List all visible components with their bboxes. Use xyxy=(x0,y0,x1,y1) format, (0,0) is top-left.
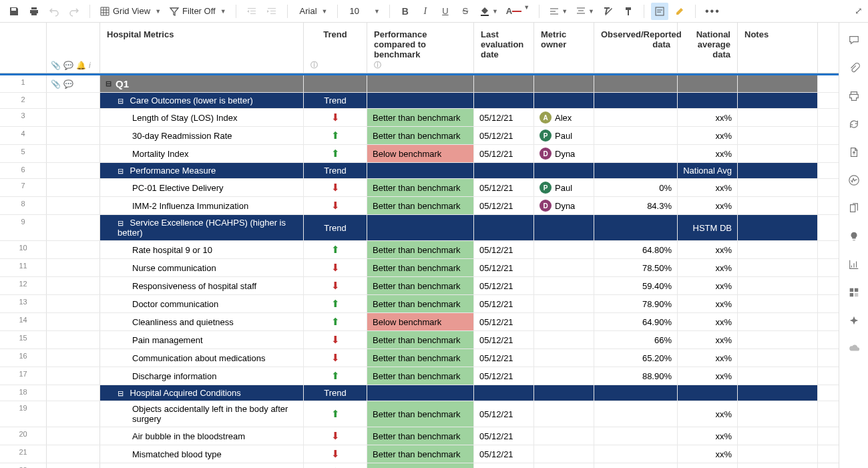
collapse-icon[interactable]: ⊟ xyxy=(118,167,124,175)
row-attachments[interactable] xyxy=(47,277,100,294)
col-head-owner[interactable]: Metric owner xyxy=(534,23,594,73)
row-number[interactable]: 12 xyxy=(0,277,47,294)
row-number[interactable]: 2 xyxy=(0,93,47,108)
col-head-perf[interactable]: Performance compared to benchmarkⓘ xyxy=(367,23,474,73)
refresh-icon[interactable] xyxy=(847,118,861,131)
col-head-trend[interactable]: Trendⓘ xyxy=(304,23,367,73)
row-attachments[interactable] xyxy=(47,93,100,108)
row-attachments[interactable] xyxy=(47,127,100,144)
valign-button[interactable]: ▼ xyxy=(573,3,597,20)
row-number[interactable]: 13 xyxy=(0,295,47,312)
table-row[interactable]: 6⊟ Performance MeasureTrendNational Avg xyxy=(0,163,839,179)
row-attachments[interactable] xyxy=(47,145,100,162)
wrap-button[interactable] xyxy=(651,3,668,20)
row-number[interactable]: 11 xyxy=(0,259,47,276)
row-attachments[interactable] xyxy=(47,385,100,401)
table-row[interactable]: 9⊟ Service Excellence (HCAHPS) (higher i… xyxy=(0,215,839,241)
redo-button[interactable] xyxy=(65,3,83,20)
chart-icon[interactable] xyxy=(847,258,861,271)
metric-name[interactable]: Air bubble in the bloodstream xyxy=(100,427,304,445)
clear-format-button[interactable] xyxy=(600,3,617,20)
print-button[interactable] xyxy=(25,3,43,20)
col-head-last[interactable]: Last evaluation date xyxy=(474,23,534,73)
more-button[interactable]: ••• xyxy=(702,3,723,20)
fill-color-button[interactable]: ▼ xyxy=(477,3,501,20)
activity-icon[interactable] xyxy=(847,174,861,187)
strike-button[interactable]: S xyxy=(457,3,474,20)
indent-button[interactable] xyxy=(263,3,280,20)
table-row[interactable]: 21Mismatched blood type⬇Better than benc… xyxy=(0,445,839,463)
table-row[interactable]: 430-day Readmission Rate⬆Better than ben… xyxy=(0,127,839,145)
table-row[interactable]: 15Pain management⬇Better than benchmark0… xyxy=(0,331,839,349)
col-head-nat[interactable]: National average data xyxy=(678,23,738,73)
row-attachments[interactable] xyxy=(47,295,100,312)
row-attachments[interactable] xyxy=(47,109,100,126)
metric-name[interactable]: Rate hospital 9 or 10 xyxy=(100,241,304,258)
table-row[interactable]: 7PC-01 Elective Delivery⬇Better than ben… xyxy=(0,179,839,197)
fontsize-select[interactable]: 10▼ xyxy=(345,3,383,20)
row-number[interactable]: 7 xyxy=(0,179,47,196)
col-head-obs[interactable]: Observed/Reported data xyxy=(594,23,678,73)
table-row[interactable]: 19Objects accidentally left in the body … xyxy=(0,401,839,427)
row-number[interactable]: 8 xyxy=(0,197,47,214)
outdent-button[interactable] xyxy=(243,3,260,20)
row-number[interactable]: 19 xyxy=(0,401,47,427)
dashboard-icon[interactable] xyxy=(847,286,861,299)
table-row[interactable]: 14Cleanliness and quietness⬆Below benchm… xyxy=(0,313,839,331)
metric-name[interactable]: Discharge information xyxy=(100,367,304,385)
metric-name[interactable]: PC-01 Elective Delivery xyxy=(100,179,304,196)
row-number[interactable]: 5 xyxy=(0,145,47,162)
row-number[interactable]: 10 xyxy=(0,241,47,258)
table-row[interactable]: 3Length of Stay (LOS) Index⬇Better than … xyxy=(0,109,839,127)
row-attachments[interactable] xyxy=(47,349,100,367)
ideas-icon[interactable] xyxy=(847,230,861,243)
italic-button[interactable]: I xyxy=(417,3,434,20)
row-number[interactable]: 14 xyxy=(0,313,47,330)
row-attachments[interactable] xyxy=(47,163,100,178)
row-attachments[interactable] xyxy=(47,179,100,196)
table-row[interactable]: 8IMM-2 Influenza Immunization⬇Better tha… xyxy=(0,197,839,215)
metric-name[interactable]: Length of Stay (LOS) Index xyxy=(100,109,304,126)
align-button[interactable]: ▼ xyxy=(546,3,570,20)
table-row[interactable]: 18⊟ Hospital Acquired ConditionsTrend xyxy=(0,385,839,401)
row-attachments[interactable] xyxy=(47,241,100,258)
copy-icon[interactable] xyxy=(847,202,861,215)
table-row[interactable]: 16Communication about medications⬇Better… xyxy=(0,349,839,367)
comments-icon[interactable] xyxy=(847,33,861,47)
filter-button[interactable]: Filter Off ▼ xyxy=(166,3,229,20)
row-attachments[interactable] xyxy=(47,445,100,463)
collapse-panel-icon[interactable]: ⤢ xyxy=(855,5,863,16)
section-header[interactable]: ⊟ Care Outcomes (lower is better) xyxy=(100,93,304,108)
text-color-button[interactable]: A▼ xyxy=(503,3,532,20)
collapse-icon[interactable]: ⊟ xyxy=(118,389,124,397)
sheet[interactable]: 📎 💬 🔔 i Hospital Metrics Trendⓘ Performa… xyxy=(0,23,839,468)
row-attachments[interactable] xyxy=(47,367,100,385)
attachments-icon[interactable] xyxy=(847,61,861,75)
row-attachments[interactable] xyxy=(47,463,100,468)
row-number[interactable]: 6 xyxy=(0,163,47,178)
row-attachments[interactable] xyxy=(47,313,100,330)
row-attachments[interactable] xyxy=(47,197,100,214)
row-attachments[interactable] xyxy=(47,401,100,427)
row-number[interactable]: 1 xyxy=(0,75,47,92)
sparkle-icon[interactable] xyxy=(847,314,861,327)
metric-name[interactable]: Severe Pressure Sores xyxy=(100,463,304,468)
cloud-icon[interactable] xyxy=(847,342,861,355)
metric-name[interactable]: Pain management xyxy=(100,331,304,348)
underline-button[interactable]: U xyxy=(437,3,454,20)
section-header[interactable]: ⊟ Service Excellence (HCAHPS) (higher is… xyxy=(100,215,304,240)
table-row[interactable]: 10Rate hospital 9 or 10⬆Better than benc… xyxy=(0,241,839,259)
row-attachments[interactable] xyxy=(47,331,100,348)
metric-name[interactable]: Communication about medications xyxy=(100,349,304,367)
col-head-metrics[interactable]: Hospital Metrics xyxy=(100,23,304,73)
table-row[interactable]: 13Doctor communication⬆Better than bench… xyxy=(0,295,839,313)
row-attachments[interactable] xyxy=(47,259,100,276)
row-number[interactable]: 3 xyxy=(0,109,47,126)
undo-button[interactable] xyxy=(45,3,63,20)
bold-button[interactable]: B xyxy=(397,3,414,20)
row-number[interactable]: 22 xyxy=(0,463,47,468)
metric-name[interactable]: IMM-2 Influenza Immunization xyxy=(100,197,304,214)
row-number[interactable]: 21 xyxy=(0,445,47,463)
row-number[interactable]: 18 xyxy=(0,385,47,401)
table-row[interactable]: 1📎💬⊟ Q1 xyxy=(0,75,839,93)
